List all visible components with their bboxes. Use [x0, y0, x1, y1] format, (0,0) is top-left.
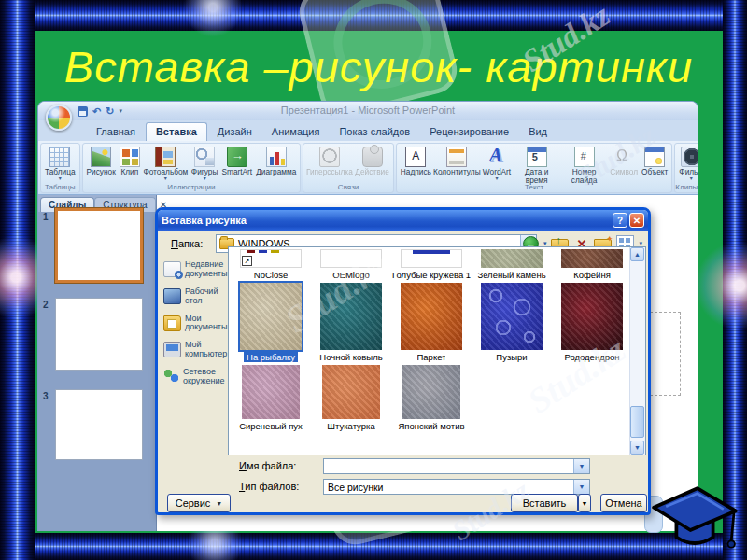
ribbon-button-slide-number[interactable]: Номер слайда: [560, 146, 608, 186]
file-type-value: Все рисунки: [328, 482, 383, 493]
ribbon-group-label: Таблицы: [41, 183, 79, 191]
chevron-down-icon: ▾: [495, 176, 498, 181]
file-name-label: Кофейня: [573, 270, 611, 280]
file-thumbnail[interactable]: [242, 365, 300, 419]
place-mydocs[interactable]: Мои документы: [163, 315, 231, 333]
frame-right: [723, 0, 747, 560]
ribbon-button-header-footer[interactable]: Колонтитулы: [433, 146, 481, 177]
picture-icon: [91, 147, 111, 167]
tab-главная[interactable]: Главная: [87, 123, 145, 141]
file-type-combobox[interactable]: Все рисунки ▼: [323, 479, 590, 495]
ribbon-button-date-time[interactable]: Дата и время: [513, 146, 560, 186]
place-network[interactable]: Сетевое окружение: [163, 368, 231, 386]
symbol-icon: [613, 147, 634, 167]
file-item[interactable]: Японский мотив: [391, 362, 472, 431]
ribbon-button-clipart[interactable]: Клип: [118, 146, 142, 177]
file-item[interactable]: OEMlogo: [311, 247, 391, 280]
chevron-down-icon[interactable]: ▼: [573, 480, 589, 494]
ribbon-button-shapes[interactable]: Фигуры▾: [190, 146, 220, 182]
desktop-icon: [163, 288, 181, 304]
save-icon[interactable]: [78, 106, 88, 117]
file-item[interactable]: На рыбалку: [231, 280, 311, 362]
ribbon-button-picture[interactable]: Рисунок: [85, 146, 118, 177]
chevron-down-icon[interactable]: ▼: [573, 459, 589, 473]
ribbon-button-smartart[interactable]: SmartArt: [219, 146, 254, 177]
tab-рецензирование[interactable]: Рецензирование: [420, 123, 518, 141]
file-thumbnail[interactable]: ↗: [240, 249, 302, 268]
office-button[interactable]: [46, 105, 72, 131]
tools-button[interactable]: Сервис ▼: [167, 494, 231, 512]
close-icon[interactable]: ✕: [629, 213, 644, 228]
undo-icon[interactable]: ↶: [92, 106, 101, 117]
ribbon-group-buttons: Таблица▾: [43, 146, 78, 182]
insert-button[interactable]: Вставить: [511, 494, 578, 512]
file-thumbnail[interactable]: [561, 283, 623, 350]
redo-icon[interactable]: ↻: [106, 106, 114, 117]
file-item[interactable]: Кофейня: [552, 247, 632, 280]
ribbon-button-chart[interactable]: Диаграмма: [254, 146, 298, 177]
file-thumbnail[interactable]: [402, 365, 460, 419]
insert-dropdown-icon[interactable]: ▼: [578, 494, 591, 512]
ribbon-group-label: Текст: [397, 183, 672, 191]
powerpoint-titlebar: Презентация1 - Microsoft PowerPoint: [38, 102, 698, 121]
tab-вид[interactable]: Вид: [519, 123, 557, 141]
place-label: Сетевое окружение: [183, 368, 231, 386]
file-thumbnail[interactable]: [401, 249, 462, 268]
tab-дизайн[interactable]: Дизайн: [208, 123, 261, 141]
file-thumbnail[interactable]: [320, 249, 382, 268]
file-thumbnail[interactable]: [322, 365, 380, 419]
file-thumbnail[interactable]: [481, 249, 543, 268]
tab-анимация[interactable]: Анимация: [262, 123, 330, 141]
scroll-down-icon[interactable]: ▼: [630, 441, 644, 455]
header-footer-icon: [446, 147, 467, 167]
chevron-down-icon: ▼: [216, 500, 222, 507]
ribbon-button-photo-album[interactable]: Фотоальбом▾: [142, 146, 190, 182]
file-item[interactable]: Голубые кружева 16: [391, 247, 472, 280]
help-icon[interactable]: ?: [613, 213, 627, 228]
slide-thumbnail[interactable]: [55, 298, 143, 371]
ribbon-button-wordart[interactable]: WordArt▾: [481, 146, 513, 182]
image-fragment: [413, 250, 450, 254]
cancel-button[interactable]: Отмена: [600, 494, 647, 512]
tab-показ-слайдов[interactable]: Показ слайдов: [330, 123, 419, 141]
place-desktop[interactable]: Рабочий стол: [163, 287, 231, 306]
file-name-label: Ночной ковыль: [319, 352, 382, 362]
ribbon-group: НадписьКолонтитулыWordArt▾Дата и времяНо…: [396, 143, 673, 193]
ribbon-button-movie[interactable]: Фильм▾: [677, 146, 698, 182]
file-item[interactable]: Штукатурка: [311, 362, 391, 431]
place-mycomputer[interactable]: Мой компьютер: [163, 341, 231, 359]
qat-dropdown-icon[interactable]: ▾: [119, 107, 122, 115]
slide-thumbnail[interactable]: [55, 389, 143, 460]
chevron-down-icon: ▾: [690, 176, 693, 181]
file-item[interactable]: Пузыри: [472, 280, 552, 362]
place-recent[interactable]: Недавние документы: [163, 260, 231, 279]
ribbon-group-label: Иллюстрации: [83, 183, 301, 191]
file-thumbnail[interactable]: [401, 283, 462, 350]
file-item[interactable]: ↗NoClose: [231, 247, 311, 280]
file-list-scrollbar[interactable]: ▲ ▼: [629, 247, 645, 455]
file-item[interactable]: Паркет: [391, 280, 472, 362]
scrollbar-thumb[interactable]: [630, 406, 644, 438]
tab-вставка[interactable]: Вставка: [146, 122, 207, 141]
file-name-label: Паркет: [417, 352, 446, 362]
slide-thumbnail[interactable]: [55, 208, 143, 283]
scroll-up-icon[interactable]: ▲: [630, 247, 644, 261]
window-title: Презентация1 - Microsoft PowerPoint: [38, 105, 698, 116]
hyperlink-icon: [319, 147, 340, 167]
file-name-combobox[interactable]: ▼: [323, 458, 590, 474]
file-thumbnail[interactable]: [561, 249, 623, 268]
ribbon-button-table[interactable]: Таблица▾: [43, 146, 78, 182]
file-item[interactable]: Сиреневый пух: [231, 362, 311, 431]
file-thumbnail[interactable]: [240, 283, 302, 350]
file-item[interactable]: Ночной ковыль: [311, 280, 391, 362]
table-icon: [49, 147, 70, 167]
file-thumbnail[interactable]: [481, 283, 543, 350]
file-item[interactable]: Рододендрон: [552, 280, 632, 362]
date-time-icon: [527, 147, 547, 167]
ribbon-button-textbox[interactable]: Надпись: [399, 146, 433, 177]
dialog-titlebar[interactable]: Вставка рисунка ? ✕: [158, 210, 648, 231]
file-item[interactable]: Зеленый камень: [472, 247, 552, 280]
file-thumbnail[interactable]: [320, 283, 382, 350]
ribbon-button-label: Клип: [120, 168, 138, 176]
ribbon-button-object[interactable]: Объект: [640, 146, 669, 177]
